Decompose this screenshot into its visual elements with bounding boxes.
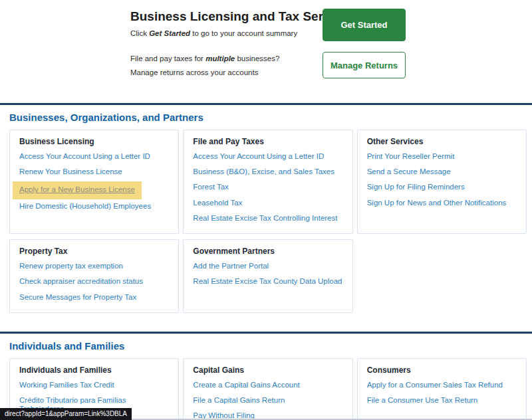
card-title: Consumers [367, 366, 517, 375]
get-started-emphasis: Get Started [149, 29, 190, 37]
link-check-appraiser-accreditation[interactable]: Check appraiser accreditation status [19, 277, 169, 286]
link-consumer-use-tax-return[interactable]: File a Consumer Use Tax Return [367, 396, 517, 405]
hero-buttons: Get Started Manage Returns [323, 8, 406, 103]
card-consumers: Consumers Apply for a Consumer Sales Tax… [357, 358, 527, 420]
card-title: Individuals and Families [19, 366, 169, 375]
card-title: Capital Gains [193, 366, 342, 375]
link-reet-county-data-upload[interactable]: Real Estate Excise Tax County Data Uploa… [193, 277, 342, 286]
manage-returns-button[interactable]: Manage Returns [323, 52, 406, 78]
card-title: Business Licensing [19, 137, 169, 146]
section-individuals: Individuals and Families Individuals and… [0, 332, 532, 420]
cards-row-businesses-1: Business Licensing Access Your Account U… [9, 130, 527, 234]
link-file-capital-gains-return[interactable]: File a Capital Gains Return [193, 396, 342, 405]
link-add-partner-portal[interactable]: Add the Partner Portal [193, 262, 342, 270]
card-title: Government Partners [193, 247, 342, 256]
empty-grid-cell [357, 239, 527, 313]
card-file-and-pay-taxes: File and Pay Taxes Access Your Account U… [183, 130, 352, 234]
link-hire-domestic-employees[interactable]: Hire Domestic (Household) Employees [19, 202, 169, 211]
link-create-capital-gains-account[interactable]: Create a Capital Gains Account [193, 381, 342, 389]
link-leasehold-tax[interactable]: Leasehold Tax [193, 199, 342, 207]
section-heading-individuals: Individuals and Families [9, 340, 523, 352]
link-bo-excise-sales-taxes[interactable]: Business (B&O), Excise, and Sales Taxes [193, 167, 342, 176]
hero-section: Business Licensing and Tax Services Clic… [0, 0, 532, 103]
link-forest-tax[interactable]: Forest Tax [193, 183, 342, 191]
link-news-notifications[interactable]: Sign Up for News and Other Notifications [367, 199, 517, 207]
section-businesses: Businesses, Organizations, and Partners … [0, 103, 532, 313]
get-started-button[interactable]: Get Started [323, 9, 406, 41]
link-consumer-sales-tax-refund[interactable]: Apply for a Consumer Sales Tax Refund [367, 381, 517, 389]
link-filing-reminders[interactable]: Sign Up for Filing Reminders [367, 183, 517, 191]
card-title: Other Services [367, 137, 517, 146]
link-reet-controlling-interest[interactable]: Real Estate Excise Tax Controlling Inter… [193, 214, 342, 223]
card-property-tax: Property Tax Renew property tax exemptio… [9, 239, 179, 313]
page-title: Business Licensing and Tax Services [130, 9, 300, 24]
hero-multiple-businesses-line: File and pay taxes for multiple business… [130, 54, 300, 62]
link-apply-new-business-license-highlighted[interactable]: Apply for a New Business License [13, 181, 142, 199]
link-secure-messages-property-tax[interactable]: Secure Messages for Property Tax [19, 293, 169, 302]
link-renew-business-license[interactable]: Renew Your Business License [19, 167, 169, 176]
link-send-secure-message[interactable]: Send a Secure Message [367, 167, 517, 176]
hero-text-block: Business Licensing and Tax Services Clic… [130, 8, 300, 103]
section-heading-businesses: Businesses, Organizations, and Partners [9, 112, 523, 123]
link-print-reseller-permit[interactable]: Print Your Reseller Permit [367, 152, 517, 161]
link-working-families-tax-credit[interactable]: Working Families Tax Credit [19, 381, 169, 389]
card-title: File and Pay Taxes [193, 137, 342, 146]
link-renew-property-tax-exemption[interactable]: Renew property tax exemption [19, 262, 169, 270]
card-business-licensing: Business Licensing Access Your Account U… [9, 130, 179, 234]
multiple-emphasis: multiple [205, 54, 235, 62]
link-access-account-letter-id[interactable]: Access Your Account Using a Letter ID [19, 152, 169, 161]
card-other-services: Other Services Print Your Reseller Permi… [357, 130, 527, 234]
cards-row-businesses-2: Property Tax Renew property tax exemptio… [9, 239, 527, 313]
card-title: Property Tax [19, 247, 169, 256]
hero-subtitle: Click Get Started to go to your account … [130, 29, 300, 37]
browser-status-bar-url: direct?appId=1&appParam=Link%3DBLA [0, 408, 132, 420]
link-access-account-letter-id[interactable]: Access Your Account Using a Letter ID [193, 152, 342, 161]
hero-manage-returns-line: Manage returns across your accounts [130, 68, 300, 76]
card-government-partners: Government Partners Add the Partner Port… [183, 239, 352, 313]
card-capital-gains: Capital Gains Create a Capital Gains Acc… [183, 358, 352, 420]
